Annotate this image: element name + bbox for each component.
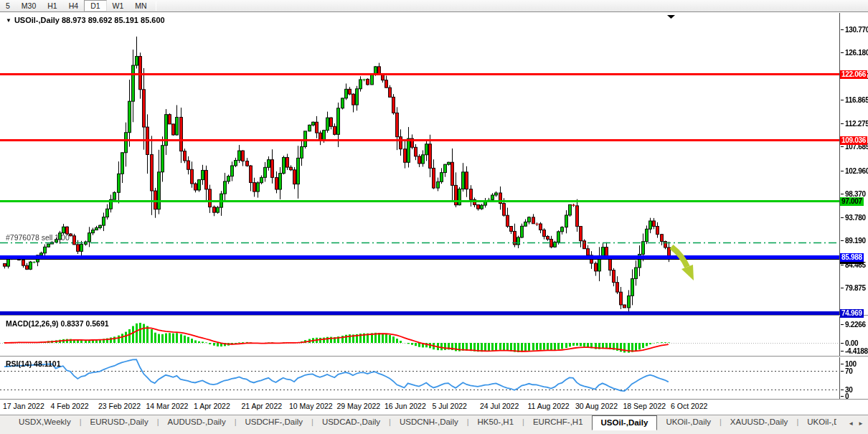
date-tick-label: 21 Apr 2022 — [242, 402, 283, 410]
date-tick-label: 18 Sep 2022 — [623, 402, 666, 410]
timeframe-button-mn[interactable]: MN — [129, 1, 152, 11]
panel-separator[interactable] — [0, 356, 868, 357]
tab-ukoil-daily[interactable]: UKOil-,Daily — [657, 415, 720, 429]
price-tick: 126.180 — [841, 49, 868, 57]
timeframe-button-5[interactable]: 5 — [0, 1, 16, 11]
timeframe-toolbar: 5M30H1H4D1W1MN — [0, 0, 868, 12]
tab-scroll-left-icon[interactable]: ◄ — [848, 420, 854, 427]
macd-axis-value: 9.2266 — [841, 321, 866, 329]
price-tick: 102.960 — [841, 167, 868, 175]
price-level-label: 97.007 — [840, 197, 864, 206]
tab-usdcad-daily[interactable]: USDCAD-,Daily — [313, 415, 389, 429]
ohlc-readout: USOil-,Daily 88.973 89.692 85.191 85.600 — [14, 16, 165, 24]
date-tick-label: 23 Feb 2022 — [98, 402, 141, 410]
macd-axis-value: 0.00 — [841, 339, 858, 347]
tab-scroll-controls: ◄ ► — [836, 415, 868, 431]
panel-separator[interactable] — [0, 315, 868, 316]
rsi-panel-canvas[interactable] — [0, 359, 839, 399]
tab-usoil-daily[interactable]: USOil-,Daily — [592, 415, 658, 430]
date-tick-label: 5 Jul 2022 — [433, 402, 467, 410]
date-tick-label: 24 Jul 2022 — [480, 402, 519, 410]
toolbar-separator — [156, 1, 156, 11]
macd-axis-value: -4.4188 — [841, 347, 868, 355]
price-level-label: 109.036 — [840, 136, 867, 145]
chart-symbol-title: ▼USOil-,Daily 88.973 89.692 85.191 85.60… — [6, 16, 165, 24]
main-chart-canvas[interactable] — [0, 14, 839, 316]
price-tick: 130.770 — [841, 26, 868, 34]
tab-scroll-right-icon[interactable]: ► — [858, 420, 864, 427]
timeframe-button-w1[interactable]: W1 — [107, 1, 130, 11]
tab-xauusd-daily[interactable]: XAUUSD-,Daily — [722, 415, 797, 429]
tab-usdchf-daily[interactable]: USDCHF-,Daily — [237, 415, 312, 429]
date-tick-label: 11 Aug 2022 — [528, 402, 570, 410]
tab-eurchf-h1[interactable]: EURCHF-,H1 — [524, 415, 592, 429]
price-level-label: 74.969 — [840, 309, 864, 318]
tab-audusd-daily[interactable]: AUDUSD-,Daily — [159, 415, 235, 429]
date-tick-label: 14 Mar 2022 — [146, 402, 189, 410]
macd-label: MACD(12,26,9) 0.8337 0.5691 — [6, 319, 109, 328]
tab-eurusd-daily[interactable]: EURUSD-,Daily — [82, 415, 157, 429]
date-tick-label: 4 Feb 2022 — [51, 402, 89, 410]
price-tick: 93.780 — [841, 214, 866, 222]
time-axis: 17 Jan 20224 Feb 202223 Feb 202214 Mar 2… — [0, 400, 839, 413]
date-tick-label: 29 May 2022 — [337, 402, 381, 410]
tab-usdcnh-daily[interactable]: USDCNH-,Daily — [391, 415, 467, 429]
price-tick: 112.275 — [841, 120, 868, 128]
symbol-tabbar: USDX,Weekly|EURUSD-,Daily|AUDUSD-,Daily|… — [0, 415, 868, 434]
date-tick-label: 16 Jun 2022 — [385, 402, 426, 410]
timeframe-button-m30[interactable]: M30 — [16, 1, 42, 11]
terminal-window: 5M30H1H4D1W1MN ▼USOil-,Daily 88.973 89.6… — [0, 0, 868, 434]
macd-panel-canvas[interactable] — [0, 318, 839, 356]
timeframe-button-d1[interactable]: D1 — [84, 0, 106, 11]
price-tick: 89.190 — [841, 237, 866, 245]
price-level-label: 122.066 — [840, 70, 867, 79]
collapse-triangle-icon[interactable]: ▼ — [6, 17, 11, 24]
price-tick: 79.875 — [841, 284, 866, 292]
date-tick-label: 6 Oct 2022 — [671, 402, 707, 410]
rsi-axis-value: 70 — [841, 367, 853, 375]
sell-position-label: #7976078 sell 1.00 — [6, 233, 70, 242]
rsi-label: RSI(14) 48.1101 — [6, 359, 60, 368]
timeframe-button-h1[interactable]: H1 — [42, 1, 62, 11]
price-level-label: 85.988 — [840, 253, 864, 262]
tab-usdx-weekly[interactable]: USDX,Weekly — [10, 415, 80, 429]
tab-hk50-h1[interactable]: HK50-,H1 — [469, 415, 523, 429]
price-axis: 130.770126.180121.590116.865112.275107.6… — [839, 12, 868, 414]
timeframe-button-h4[interactable]: H4 — [63, 1, 84, 11]
date-tick-label: 17 Jan 2022 — [3, 402, 44, 410]
date-tick-label: 10 May 2022 — [289, 402, 333, 410]
date-tick-label: 1 Apr 2022 — [194, 402, 230, 410]
price-tick: 116.865 — [841, 96, 868, 104]
date-tick-label: 30 Aug 2022 — [575, 402, 618, 410]
rsi-axis-value: 0 — [841, 392, 849, 400]
chart-window[interactable]: ▼USOil-,Daily 88.973 89.692 85.191 85.60… — [0, 12, 868, 414]
